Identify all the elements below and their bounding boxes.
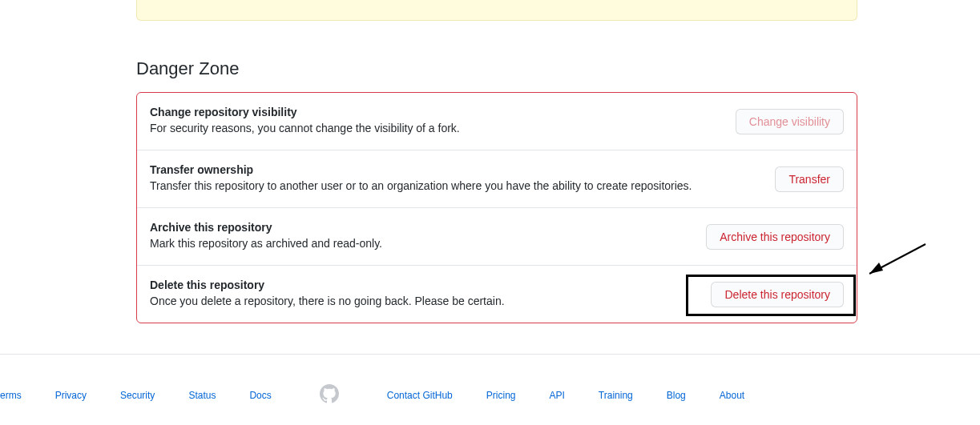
danger-zone-heading: Danger Zone <box>136 58 857 79</box>
change-visibility-title: Change repository visibility <box>150 106 720 118</box>
footer: erms Privacy Security Status Docs Contac… <box>0 384 980 406</box>
footer-contact-link[interactable]: Contact GitHub <box>387 390 453 401</box>
github-logo-icon[interactable] <box>320 384 339 406</box>
change-visibility-desc: For security reasons, you cannot change … <box>150 120 720 137</box>
danger-zone-section: Danger Zone Change repository visibility… <box>136 58 857 323</box>
transfer-ownership-desc: Transfer this repository to another user… <box>150 178 759 194</box>
svg-marker-1 <box>869 263 883 274</box>
delete-repo-desc: Once you delete a repository, there is n… <box>150 293 695 310</box>
footer-blog-link[interactable]: Blog <box>667 390 686 401</box>
footer-divider <box>0 354 980 355</box>
change-visibility-row: Change repository visibility For securit… <box>137 93 857 150</box>
archive-repo-text: Archive this repository Mark this reposi… <box>150 221 706 252</box>
delete-repo-row: Delete this repository Once you delete a… <box>137 266 857 323</box>
change-visibility-button: Change visibility <box>736 109 844 134</box>
delete-repo-title: Delete this repository <box>150 279 695 291</box>
archive-repo-title: Archive this repository <box>150 221 690 234</box>
annotation-arrow-icon <box>857 240 930 284</box>
footer-security-link[interactable]: Security <box>120 390 155 401</box>
footer-privacy-link[interactable]: Privacy <box>55 390 87 401</box>
footer-training-link[interactable]: Training <box>599 390 633 401</box>
footer-docs-link[interactable]: Docs <box>249 390 271 401</box>
delete-repo-text: Delete this repository Once you delete a… <box>150 279 711 310</box>
delete-repo-button[interactable]: Delete this repository <box>711 282 844 307</box>
svg-line-0 <box>869 244 926 274</box>
change-visibility-text: Change repository visibility For securit… <box>150 106 736 137</box>
danger-zone-box: Change repository visibility For securit… <box>136 92 857 323</box>
archive-repo-row: Archive this repository Mark this reposi… <box>137 208 857 266</box>
footer-left-links: erms Privacy Security Status Docs <box>0 390 272 401</box>
footer-api-link[interactable]: API <box>549 390 564 401</box>
archive-repo-button[interactable]: Archive this repository <box>706 224 844 250</box>
notice-banner-remnant <box>136 0 857 21</box>
footer-status-link[interactable]: Status <box>188 390 216 401</box>
archive-repo-desc: Mark this repository as archived and rea… <box>150 235 690 252</box>
footer-terms-link[interactable]: erms <box>0 390 22 401</box>
footer-right-links: Contact GitHub Pricing API Training Blog… <box>387 390 744 401</box>
transfer-ownership-row: Transfer ownership Transfer this reposit… <box>137 150 857 208</box>
footer-about-link[interactable]: About <box>720 390 744 401</box>
transfer-ownership-title: Transfer ownership <box>150 163 759 176</box>
transfer-ownership-text: Transfer ownership Transfer this reposit… <box>150 163 775 194</box>
footer-pricing-link[interactable]: Pricing <box>486 390 516 401</box>
transfer-button[interactable]: Transfer <box>775 166 844 192</box>
